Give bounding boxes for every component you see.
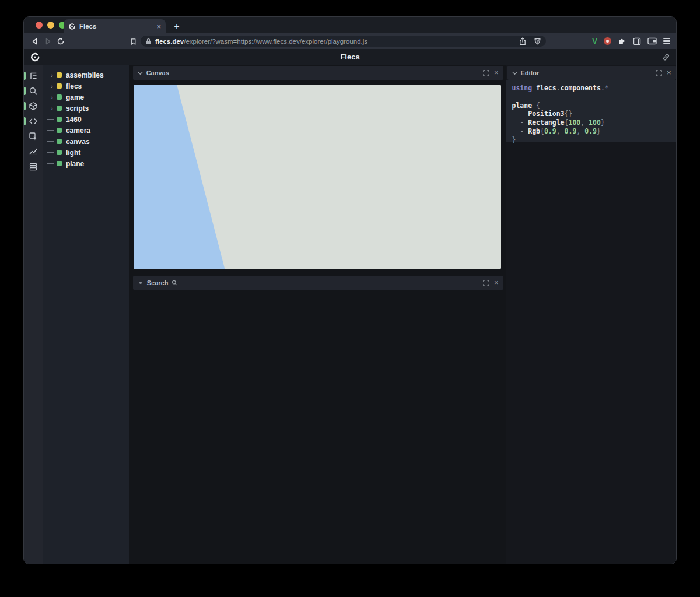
tree-item-game[interactable]: ›game bbox=[43, 92, 130, 103]
code-line: using flecs.components.* bbox=[512, 84, 671, 93]
code-token: components bbox=[561, 84, 601, 92]
entity-color-square bbox=[57, 139, 62, 144]
tree-connector bbox=[47, 130, 57, 131]
code-token: , bbox=[580, 118, 589, 127]
code-line: plane { bbox=[512, 101, 671, 110]
tables-icon bbox=[29, 162, 38, 171]
sidebar-tool-search[interactable] bbox=[24, 83, 43, 99]
tab-bar: Flecs × + bbox=[24, 17, 676, 33]
tree-item-camera[interactable]: camera bbox=[43, 125, 130, 136]
code-line bbox=[512, 93, 671, 101]
tree-item-plane[interactable]: plane bbox=[43, 158, 130, 169]
fullscreen-icon[interactable] bbox=[656, 70, 662, 76]
url-divider bbox=[530, 37, 530, 45]
close-icon[interactable]: × bbox=[494, 279, 499, 286]
tab-close-icon[interactable]: × bbox=[156, 22, 161, 31]
share-icon[interactable] bbox=[519, 37, 526, 45]
tree-item-label: assemblies bbox=[66, 71, 104, 79]
expand-arrow-icon[interactable]: › bbox=[47, 83, 57, 89]
sidebar-tool-code[interactable] bbox=[24, 114, 43, 129]
stats-chart-icon bbox=[29, 147, 38, 156]
tree-item-assemblies[interactable]: ›assemblies bbox=[43, 69, 130, 80]
app-header: Flecs bbox=[24, 49, 676, 65]
wallet-icon[interactable] bbox=[648, 37, 657, 45]
reload-button[interactable] bbox=[54, 35, 67, 48]
code-token: - bbox=[512, 110, 528, 118]
close-window-button[interactable] bbox=[36, 22, 43, 29]
active-indicator bbox=[24, 72, 26, 80]
expand-arrow-icon[interactable]: › bbox=[47, 72, 57, 78]
code-token: Rectangle bbox=[528, 118, 564, 127]
sidebar-tool-tables[interactable] bbox=[24, 159, 43, 174]
search-panel-header[interactable]: Search × bbox=[133, 276, 503, 290]
flecs-logo-icon[interactable] bbox=[30, 52, 40, 62]
extensions-puzzle-icon[interactable] bbox=[618, 37, 626, 45]
code-editor[interactable]: using flecs.components.* plane { - Posit… bbox=[506, 80, 677, 142]
tree-item-canvas[interactable]: canvas bbox=[43, 136, 130, 147]
sidebar-toggle-icon[interactable] bbox=[633, 37, 641, 45]
new-tab-button[interactable]: + bbox=[171, 22, 183, 32]
canvas-viewport[interactable] bbox=[134, 85, 501, 269]
tree-item-light[interactable]: light bbox=[43, 147, 130, 158]
link-icon[interactable] bbox=[662, 53, 670, 61]
chevron-down-icon[interactable] bbox=[138, 71, 143, 75]
code-token: 0.9 bbox=[565, 127, 577, 135]
tree-item-1460[interactable]: 1460 bbox=[43, 114, 130, 125]
code-token: 0.9 bbox=[584, 127, 597, 135]
fullscreen-icon[interactable] bbox=[483, 280, 489, 286]
menu-icon[interactable] bbox=[663, 38, 670, 45]
code-token: plane bbox=[512, 101, 533, 110]
code-token: } bbox=[512, 136, 516, 144]
v-extension-icon[interactable]: V bbox=[592, 37, 597, 45]
tree-item-label: scripts bbox=[66, 104, 89, 113]
forward-button[interactable] bbox=[41, 35, 54, 48]
code-token: Position3 bbox=[528, 110, 564, 118]
tree-item-label: flecs bbox=[66, 82, 82, 90]
code-token: * bbox=[605, 84, 609, 92]
browser-window: Flecs × + flecs bbox=[23, 16, 677, 564]
browser-tab[interactable]: Flecs × bbox=[64, 19, 166, 33]
minimize-window-button[interactable] bbox=[47, 22, 54, 29]
active-indicator bbox=[24, 87, 26, 95]
chevron-down-icon[interactable] bbox=[512, 71, 517, 75]
code-token: . bbox=[556, 84, 561, 92]
bookmark-icon[interactable] bbox=[127, 35, 139, 48]
canvas-sky-region bbox=[134, 85, 501, 269]
page-title: Flecs bbox=[24, 52, 676, 61]
sidebar-tool-stats-chart[interactable] bbox=[24, 144, 43, 159]
close-icon[interactable]: × bbox=[667, 69, 671, 76]
active-indicator bbox=[24, 117, 26, 125]
flecs-favicon-icon bbox=[68, 23, 76, 30]
entity-color-square bbox=[57, 106, 62, 111]
url-bar[interactable]: flecs.dev/explorer/?wasm=https://www.fle… bbox=[141, 36, 546, 47]
expand-arrow-icon[interactable]: › bbox=[47, 94, 57, 100]
red-extension-icon[interactable] bbox=[604, 37, 611, 45]
sidebar-tool-tree-outline[interactable] bbox=[24, 68, 43, 83]
collapsed-dot-icon[interactable] bbox=[139, 282, 142, 284]
sidebar-tool-inspect[interactable] bbox=[24, 129, 43, 144]
editor-panel-header[interactable]: Editor × bbox=[508, 66, 676, 80]
inspect-icon bbox=[29, 132, 38, 141]
expand-arrow-icon[interactable]: › bbox=[47, 106, 57, 111]
tree-item-flecs[interactable]: ›flecs bbox=[43, 80, 130, 92]
canvas-panel-header[interactable]: Canvas × bbox=[133, 66, 503, 80]
canvas-panel-title: Canvas bbox=[146, 69, 480, 76]
code-token: } bbox=[597, 127, 601, 135]
back-button[interactable] bbox=[29, 35, 41, 48]
entity-color-square bbox=[57, 150, 62, 155]
code-token: . bbox=[601, 84, 605, 92]
traffic-lights bbox=[36, 22, 66, 29]
editor-column: Editor × using flecs.components.* plane … bbox=[506, 65, 676, 564]
code-line: } bbox=[512, 136, 671, 145]
tree-item-scripts[interactable]: ›scripts bbox=[43, 103, 130, 114]
sidebar-tool-entities-cube[interactable] bbox=[24, 99, 43, 114]
active-indicator bbox=[24, 102, 26, 110]
code-line: - Position3{} bbox=[512, 110, 671, 118]
tab-title: Flecs bbox=[79, 23, 153, 30]
code-token: } bbox=[601, 118, 605, 127]
search-panel-title: Search bbox=[147, 279, 169, 286]
fullscreen-icon[interactable] bbox=[483, 70, 489, 76]
close-icon[interactable]: × bbox=[494, 69, 499, 76]
brave-shield-icon[interactable] bbox=[534, 37, 541, 45]
extension-icons: V bbox=[592, 33, 670, 49]
